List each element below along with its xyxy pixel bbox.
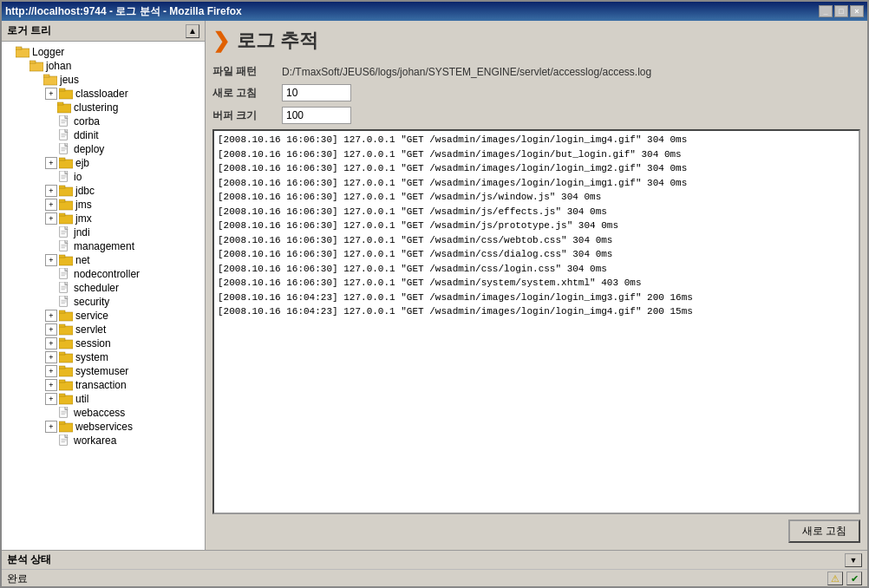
maximize-button[interactable]: □ [834, 5, 848, 17]
tree-item-service[interactable]: + service [3, 309, 203, 323]
log-line: [2008.10.16 16:06:30] 127.0.0.1 "GET /ws… [218, 161, 855, 176]
tree-item-transaction[interactable]: + transaction [3, 378, 203, 392]
svg-rect-0 [16, 49, 29, 57]
svg-rect-56 [59, 312, 73, 321]
buffer-size-input[interactable] [282, 107, 351, 124]
svg-rect-59 [59, 324, 65, 327]
folder-icon-service [59, 310, 73, 322]
tree-label-ejb: ejb [75, 157, 89, 169]
ok-icon[interactable]: ✔ [846, 572, 862, 585]
expand-icon-util[interactable]: + [45, 393, 57, 405]
tree-item-webaccess[interactable]: webaccess [3, 406, 203, 420]
left-panel-header: 로거 트리 ▲ [2, 21, 205, 42]
expand-icon-servlet[interactable]: + [45, 323, 57, 336]
tree-item-jdbc[interactable]: + jdbc [3, 184, 203, 198]
tree-label-system: system [75, 351, 108, 363]
tree-item-scheduler[interactable]: scheduler [3, 281, 203, 295]
tree-item-security[interactable]: security [3, 295, 203, 309]
tree-item-jeus[interactable]: jeus [3, 73, 203, 87]
folder-icon-management [57, 240, 71, 252]
svg-rect-4 [43, 76, 57, 85]
tree-label-webservices: webservices [75, 421, 133, 433]
svg-rect-68 [59, 395, 73, 404]
tree-label-classloader: classloader [75, 88, 128, 100]
tree-item-util[interactable]: + util [3, 392, 203, 406]
status-dropdown[interactable]: ▼ [845, 553, 862, 567]
refresh-button[interactable]: 새로 고침 [788, 519, 860, 543]
tree-item-classloader[interactable]: + classloader [3, 87, 203, 101]
svg-rect-23 [59, 158, 65, 160]
svg-rect-30 [59, 201, 73, 210]
tree-label-jms: jms [75, 199, 92, 211]
tree-label-workarea: workarea [74, 434, 116, 447]
log-line: [2008.10.16 16:06:30] 127.0.0.1 "GET /ws… [218, 190, 855, 205]
tree-label-webaccess: webaccess [74, 407, 125, 419]
expand-icon-jms[interactable]: + [45, 199, 57, 211]
svg-rect-32 [59, 215, 73, 224]
expand-icon-jmx[interactable]: + [45, 212, 57, 225]
tree-item-webservices[interactable]: + webservices [3, 420, 203, 434]
tree-item-johan[interactable]: johan [3, 59, 203, 73]
svg-rect-8 [57, 104, 71, 113]
tree-item-systemuser[interactable]: + systemuser [3, 364, 203, 378]
tree-item-net[interactable]: + net [3, 253, 203, 267]
tree-item-deploy[interactable]: deploy [3, 142, 203, 156]
folder-icon-deploy [57, 143, 71, 155]
close-button[interactable]: × [850, 5, 864, 17]
expand-icon-webservices[interactable]: + [45, 421, 57, 433]
tree-item-jndi[interactable]: jndi [3, 225, 203, 239]
refresh-interval-input[interactable] [282, 84, 351, 101]
tree-item-ejb[interactable]: + ejb [3, 156, 203, 170]
expand-icon-service[interactable]: + [45, 310, 57, 322]
tree-scroll-button[interactable]: ▲ [186, 24, 199, 38]
expand-icon-ejb[interactable]: + [45, 157, 57, 169]
expand-icon-system[interactable]: + [45, 351, 57, 363]
tree-label-corba: corba [74, 115, 100, 127]
tree-item-corba[interactable]: corba [3, 114, 203, 128]
log-line: [2008.10.16 16:04:23] 127.0.0.1 "GET /ws… [218, 304, 855, 319]
content-area: 로거 트리 ▲ Logger johan jeus+ classloader c… [2, 21, 867, 550]
tree-item-nodecontroller[interactable]: nodecontroller [3, 267, 203, 281]
status-bottom: 완료 ⚠ ✔ [2, 570, 867, 587]
folder-icon-io [57, 171, 71, 183]
svg-rect-74 [59, 423, 73, 432]
refresh-button-row: 새로 고침 [212, 519, 860, 543]
tree-item-io[interactable]: io [3, 170, 203, 184]
expand-icon-net[interactable]: + [45, 254, 57, 266]
tree-item-system[interactable]: + system [3, 350, 203, 364]
log-line: [2008.10.16 16:06:30] 127.0.0.1 "GET /ws… [218, 219, 855, 233]
folder-icon-security [57, 296, 71, 308]
svg-rect-61 [59, 338, 65, 341]
tree-item-jms[interactable]: + jms [3, 198, 203, 212]
tree-item-clustering[interactable]: clustering [3, 101, 203, 114]
folder-icon-jeus [43, 74, 57, 86]
expand-icon-systemuser[interactable]: + [45, 365, 57, 377]
expand-icon-classloader[interactable]: + [45, 88, 57, 100]
tree-label-io: io [74, 171, 82, 183]
folder-icon-workarea [57, 434, 71, 447]
log-area[interactable]: [2008.10.16 16:06:30] 127.0.0.1 "GET /ws… [212, 129, 860, 514]
svg-rect-3 [29, 61, 36, 63]
svg-rect-60 [59, 340, 73, 349]
tree-item-jmx[interactable]: + jmx [3, 212, 203, 225]
log-line: [2008.10.16 16:06:30] 127.0.0.1 "GET /ws… [218, 205, 855, 219]
tree-item-ddinit[interactable]: ddinit [3, 128, 203, 142]
tree-item-servlet[interactable]: + servlet [3, 323, 203, 336]
expand-icon-transaction[interactable]: + [45, 379, 57, 391]
tree-item-logger[interactable]: Logger [3, 45, 203, 59]
svg-rect-9 [57, 102, 63, 105]
tree-container[interactable]: Logger johan jeus+ classloader clusterin… [2, 42, 205, 550]
expand-icon-session[interactable]: + [45, 337, 57, 350]
right-panel: ❯ 로그 추적 파일 패턴 D:/TmaxSoft/JEUS6/logs/joh… [206, 21, 867, 550]
tree-item-session[interactable]: + session [3, 336, 203, 350]
warning-icon[interactable]: ⚠ [827, 572, 843, 585]
minimize-button[interactable]: _ [819, 5, 833, 17]
folder-icon-corba [57, 115, 71, 127]
tree-label-servlet: servlet [75, 323, 106, 336]
folder-icon-webservices [59, 421, 73, 433]
expand-icon-jdbc[interactable]: + [45, 185, 57, 197]
log-line: [2008.10.16 16:06:30] 127.0.0.1 "GET /ws… [218, 176, 855, 191]
folder-icon-logger [16, 46, 29, 58]
tree-item-workarea[interactable]: workarea [3, 434, 203, 448]
tree-item-management[interactable]: management [3, 239, 203, 253]
